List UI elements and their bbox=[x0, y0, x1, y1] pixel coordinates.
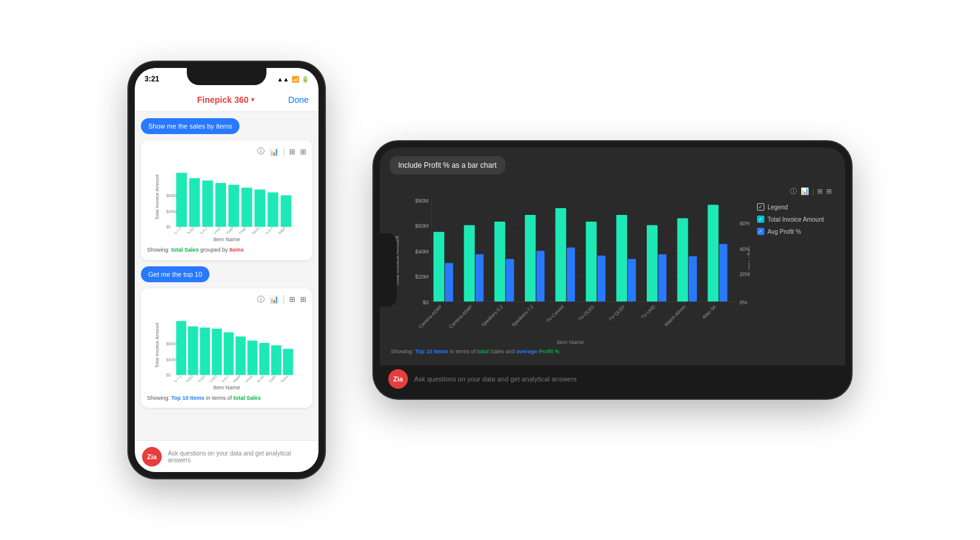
toolbar-divider bbox=[284, 148, 284, 156]
legend-item-teal: ✓ Total Invoice Amount bbox=[757, 216, 832, 223]
ask-input[interactable]: Ask questions on your data and get analy… bbox=[168, 450, 311, 463]
status-time: 3:21 bbox=[145, 75, 159, 83]
svg-rect-68 bbox=[475, 254, 483, 301]
ask-input-landscape[interactable]: Ask questions on your data and get analy… bbox=[414, 375, 576, 383]
landscape-chart-svg: $0 $20M $40M $60M $80M Total Invoice Amo… bbox=[391, 184, 750, 338]
svg-text:$80M: $80M bbox=[166, 342, 176, 346]
svg-text:Speakers-5.2: Speakers-5.2 bbox=[480, 304, 504, 328]
svg-rect-82 bbox=[688, 257, 696, 302]
svg-rect-84 bbox=[719, 244, 727, 302]
bottom-bar-landscape: Zia Ask questions on your data and get a… bbox=[380, 366, 845, 392]
svg-rect-5 bbox=[176, 173, 187, 227]
svg-text:Camera-41MP: Camera-41MP bbox=[418, 304, 443, 329]
chat-content: Show me the sales by items ⓘ 📊 ⊞ ⊞ Total… bbox=[135, 112, 318, 440]
table-icon-2[interactable]: ⊞ bbox=[289, 295, 295, 304]
legend-teal-checkbox[interactable]: ✓ bbox=[757, 216, 764, 223]
info-icon-landscape[interactable]: ⓘ bbox=[790, 187, 797, 196]
x-axis-label-1: Item Name bbox=[147, 236, 306, 242]
landscape-chat-bubble: Include Profit % as a bar chart bbox=[390, 156, 505, 174]
svg-rect-71 bbox=[525, 215, 536, 302]
toolbar-divider-2 bbox=[284, 295, 284, 304]
svg-text:iMac-5K: iMac-5K bbox=[701, 304, 718, 320]
zia-fab[interactable]: Zia bbox=[142, 447, 162, 467]
svg-rect-7 bbox=[202, 181, 213, 227]
grid-icon-2[interactable]: ⊞ bbox=[300, 295, 306, 304]
bar-chart-svg-2: $0 $40M $80M bbox=[149, 309, 304, 382]
svg-rect-32 bbox=[224, 332, 233, 375]
legend-item-blue: ✓ Avg Profit % bbox=[757, 228, 832, 235]
chart-toolbar-1: ⓘ 📊 ⊞ ⊞ bbox=[147, 146, 306, 157]
svg-text:TV-QLED: TV-QLED bbox=[608, 304, 626, 322]
status-icons: ▲▲ 📶 🔋 bbox=[277, 76, 309, 83]
svg-rect-77 bbox=[616, 215, 627, 302]
svg-text:Camera-45MP: Camera-45MP bbox=[448, 304, 473, 329]
legend-header-checkbox[interactable]: ✓ bbox=[757, 203, 764, 211]
svg-text:iMac-5K: iMac-5K bbox=[253, 374, 265, 381]
svg-rect-13 bbox=[281, 195, 291, 227]
svg-rect-81 bbox=[677, 219, 688, 302]
svg-rect-9 bbox=[228, 185, 239, 227]
chart-card-1: ⓘ 📊 ⊞ ⊞ Total Invoice Amount $0 $40M $80… bbox=[141, 140, 312, 260]
svg-rect-65 bbox=[434, 232, 445, 302]
done-button[interactable]: Done bbox=[288, 95, 309, 105]
svg-rect-12 bbox=[268, 192, 278, 227]
info-icon-2[interactable]: ⓘ bbox=[257, 294, 265, 305]
svg-text:Speakers-7.2: Speakers-7.2 bbox=[511, 304, 535, 328]
footer-prefix: Showing: bbox=[147, 247, 172, 253]
svg-rect-74 bbox=[567, 247, 575, 301]
svg-text:TV-UHD: TV-UHD bbox=[206, 374, 218, 381]
svg-rect-76 bbox=[597, 255, 605, 301]
legend-title: Legend bbox=[767, 204, 788, 211]
landscape-screen: Include Profit % as a bar chart bbox=[380, 148, 845, 392]
svg-rect-78 bbox=[628, 259, 636, 302]
chart-area-2: Total Invoice Amount $0 $40M $80M bbox=[149, 309, 304, 382]
table-icon-landscape[interactable]: ⊞ bbox=[817, 187, 823, 195]
y-axis-label-2: Total Invoice Amount bbox=[154, 323, 160, 368]
y-axis-label: Total Invoice Amount bbox=[154, 174, 160, 220]
chart-type-icon-landscape[interactable]: 📊 bbox=[801, 187, 809, 195]
grid-icon[interactable]: ⊞ bbox=[300, 148, 306, 156]
svg-rect-28 bbox=[176, 321, 186, 375]
bar-chart-svg-1: $0 $40M $80M bbox=[149, 160, 304, 234]
grid-icon-landscape[interactable]: ⊞ bbox=[826, 187, 832, 195]
chart-type-icon[interactable]: 📊 bbox=[270, 148, 279, 156]
svg-rect-67 bbox=[464, 225, 475, 302]
svg-rect-30 bbox=[200, 328, 209, 375]
app-title[interactable]: Finepick 360 ▾ bbox=[197, 95, 254, 105]
svg-rect-31 bbox=[212, 328, 222, 375]
chart-type-icon-2[interactable]: 📊 bbox=[270, 295, 279, 304]
svg-text:$40M: $40M bbox=[166, 209, 176, 214]
svg-text:$80M: $80M bbox=[166, 193, 176, 198]
svg-rect-37 bbox=[283, 348, 293, 375]
svg-text:$60M: $60M bbox=[415, 223, 429, 229]
chart-toolbar-2: ⓘ 📊 ⊞ ⊞ bbox=[147, 294, 306, 305]
svg-rect-80 bbox=[658, 254, 666, 301]
svg-text:TV-OLED: TV-OLED bbox=[181, 374, 194, 381]
legend-toolbar-divider bbox=[813, 188, 813, 195]
landscape-chart-main: $0 $20M $40M $60M $80M Total Invoice Amo… bbox=[391, 184, 750, 356]
svg-rect-70 bbox=[506, 259, 514, 302]
chart-area-1: Total Invoice Amount $0 $40M $80M bbox=[149, 160, 304, 234]
footer2-dim: total Sales bbox=[233, 395, 261, 401]
svg-text:$40M: $40M bbox=[415, 249, 429, 255]
footer-avg: average bbox=[516, 348, 537, 354]
legend-blue-checkbox[interactable]: ✓ bbox=[757, 228, 764, 235]
chart-card-2: ⓘ 📊 ⊞ ⊞ Total Invoice Amount $0 $40M $80… bbox=[141, 288, 312, 408]
bottom-bar-portrait: Zia Ask questions on your data and get a… bbox=[135, 440, 318, 472]
svg-text:60%: 60% bbox=[739, 220, 750, 227]
svg-rect-6 bbox=[189, 178, 200, 227]
info-icon[interactable]: ⓘ bbox=[257, 146, 265, 157]
svg-text:$0: $0 bbox=[423, 299, 429, 306]
svg-rect-29 bbox=[188, 326, 198, 375]
footer-prefix: Showing: bbox=[391, 348, 415, 354]
svg-rect-36 bbox=[271, 345, 281, 375]
zia-fab-landscape[interactable]: Zia bbox=[388, 369, 408, 389]
footer-metric: total Sales bbox=[172, 247, 199, 253]
svg-rect-72 bbox=[537, 251, 545, 302]
table-icon[interactable]: ⊞ bbox=[289, 148, 295, 156]
phone-notch bbox=[187, 68, 266, 85]
signal-icon: ▲▲ bbox=[277, 76, 289, 83]
landscape-x-label: Item Name bbox=[391, 339, 750, 345]
svg-rect-83 bbox=[707, 204, 718, 301]
chat-bubble-1: Show me the sales by items bbox=[141, 118, 239, 134]
